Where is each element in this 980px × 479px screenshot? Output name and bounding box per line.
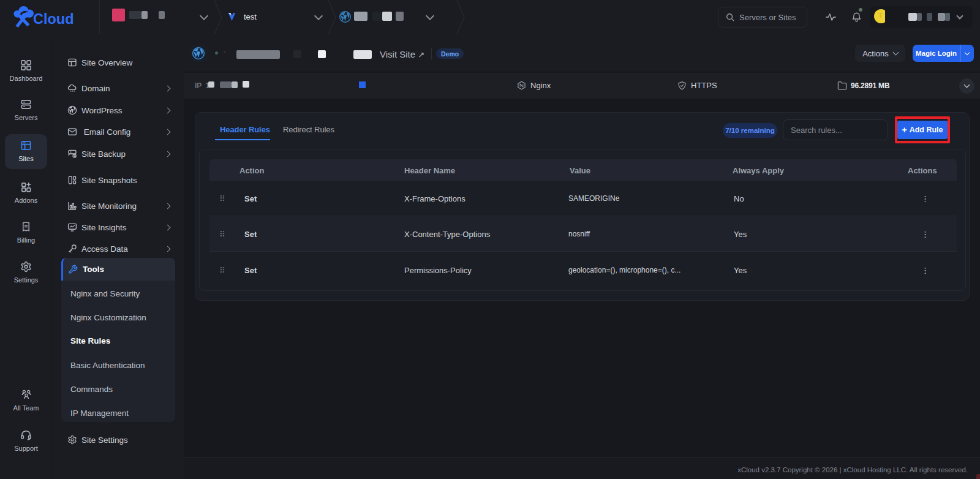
svg-text:Cloud: Cloud (33, 11, 74, 27)
